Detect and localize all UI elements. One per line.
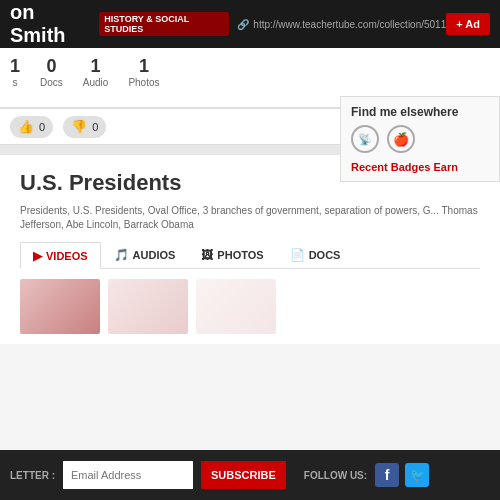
subscribe-button[interactable]: SUBSCRIBE [201, 461, 286, 489]
page-header: on Smith HISTORY & SOCIAL STUDIES 🔗 http… [0, 0, 500, 48]
twitter-icon[interactable]: 🐦 [405, 463, 429, 487]
find-me-title: Find me elsewhere [351, 105, 489, 119]
page-footer: LETTER : SUBSCRIBE FOLLOW US: f 🐦 [0, 450, 500, 500]
video-thumbnail-2[interactable] [108, 279, 188, 334]
video-thumbnails [20, 279, 480, 334]
docs-count: 0 [40, 56, 63, 77]
stat-photos: 1 Photos [128, 56, 159, 88]
audio-count: 1 [83, 56, 109, 77]
photos-label: Photos [128, 77, 159, 88]
docs-label: Docs [40, 77, 63, 88]
header-left: on Smith HISTORY & SOCIAL STUDIES 🔗 http… [10, 1, 446, 47]
social-icons: 📡 🍎 [351, 125, 489, 153]
videos-count: 1 [10, 56, 20, 77]
downvote-track[interactable]: 👎 0 [63, 116, 106, 138]
photos-count: 1 [128, 56, 159, 77]
docs-tab-icon: 📄 [290, 248, 305, 262]
stat-docs: 0 Docs [40, 56, 63, 88]
link-icon: 🔗 [237, 19, 249, 30]
tags-text: Presidents, U.S. Presidents, Oval Office… [20, 204, 480, 232]
rss-icon[interactable]: 📡 [351, 125, 379, 153]
header-url: 🔗 http://www.teachertube.com/collection/… [237, 19, 446, 30]
upvote-count: 0 [39, 121, 45, 133]
apple-icon[interactable]: 🍎 [387, 125, 415, 153]
facebook-icon[interactable]: f [375, 463, 399, 487]
video-thumbnail-3[interactable] [196, 279, 276, 334]
tab-photos[interactable]: 🖼 PHOTOS [188, 242, 276, 268]
tab-videos[interactable]: ▶ VIDEOS [20, 242, 101, 269]
thumbs-up-icon: 👍 [18, 119, 34, 134]
upvote-track[interactable]: 👍 0 [10, 116, 53, 138]
video-tab-icon: ▶ [33, 249, 42, 263]
photos-tab-icon: 🖼 [201, 248, 213, 262]
follow-label: FOLLOW US: [304, 470, 367, 481]
tab-videos-label: VIDEOS [46, 250, 88, 262]
email-input[interactable] [63, 461, 193, 489]
subject-badge: HISTORY & SOCIAL STUDIES [99, 12, 229, 36]
newsletter-label: LETTER : [10, 470, 55, 481]
tab-docs-label: DOCS [309, 249, 341, 261]
side-panel: Find me elsewhere 📡 🍎 Recent Badges Earn [340, 96, 500, 182]
stat-videos: 1 s [10, 56, 20, 88]
stats-left: 1 s 0 Docs 1 Audio 1 Photos [10, 56, 490, 88]
main-content: U.S. Presidents Presidents, U.S. Preside… [0, 155, 500, 344]
add-button[interactable]: + Ad [446, 13, 490, 35]
follow-icons: f 🐦 [375, 463, 429, 487]
video-thumbnail-1[interactable] [20, 279, 100, 334]
audio-label: Audio [83, 77, 109, 88]
stat-audio: 1 Audio [83, 56, 109, 88]
recent-badges-label: Recent Badges Earn [351, 161, 489, 173]
tab-audios-label: AUDIOS [133, 249, 176, 261]
tab-docs[interactable]: 📄 DOCS [277, 242, 354, 268]
content-tabs: ▶ VIDEOS 🎵 AUDIOS 🖼 PHOTOS 📄 DOCS [20, 242, 480, 269]
tab-audios[interactable]: 🎵 AUDIOS [101, 242, 189, 268]
thumbs-down-icon: 👎 [71, 119, 87, 134]
videos-label: s [10, 77, 20, 88]
audio-tab-icon: 🎵 [114, 248, 129, 262]
downvote-count: 0 [92, 121, 98, 133]
page-title: on Smith [10, 1, 91, 47]
tab-photos-label: PHOTOS [217, 249, 263, 261]
